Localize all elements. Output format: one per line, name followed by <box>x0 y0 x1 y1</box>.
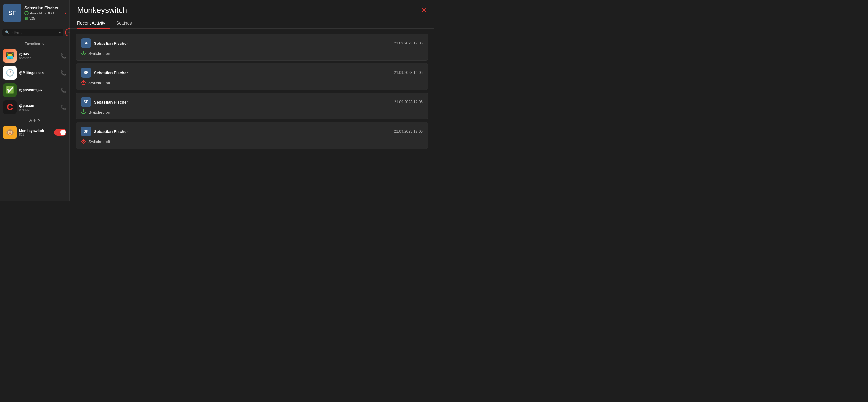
contact-avatar-dev: 👨‍💻 <box>3 49 17 62</box>
profile-name: Sebastian Fischer <box>25 5 66 10</box>
contact-sub-pascom: öffentlich <box>19 108 58 111</box>
activity-avatar-2: SF <box>81 68 91 78</box>
activity-card-3: SF Sebastian Fischer 21.09.2023 12:06 ⏻ … <box>76 92 428 119</box>
contact-avatar-pascomqa: ✅ <box>3 83 17 97</box>
contact-item-dev[interactable]: 👨‍💻 @Dev öffentlich 📞 <box>0 47 69 64</box>
activity-user-1: SF Sebastian Fischer <box>81 38 128 48</box>
close-button[interactable]: ✕ <box>421 6 427 15</box>
activity-time-3: 21.09.2023 12:06 <box>394 100 423 104</box>
toggle-track[interactable] <box>54 129 66 136</box>
power-on-icon-1: ⏻ <box>81 51 86 56</box>
activity-avatar-4: SF <box>81 126 91 136</box>
search-input-wrapper[interactable]: 🔍 ▾ <box>2 29 63 36</box>
all-header: Alle ↻ <box>0 116 69 124</box>
activity-avatar-3: SF <box>81 97 91 107</box>
activity-action-3: ⏻ Switched on <box>81 109 423 115</box>
contact-info-mittagessen: @Mittagessen <box>19 71 58 75</box>
contact-name-mittagessen: @Mittagessen <box>19 71 58 75</box>
action-text-1: Switched on <box>89 51 110 56</box>
activity-user-3: SF Sebastian Fischer <box>81 97 128 107</box>
activity-name-4: Sebastian Fischer <box>94 129 128 134</box>
all-label: Alle <box>29 118 35 122</box>
action-text-4: Switched off <box>89 139 110 144</box>
contact-name-pascom: @pascom <box>19 104 58 108</box>
chevron-down-icon[interactable]: ▾ <box>65 11 66 15</box>
activity-name-1: Sebastian Fischer <box>94 41 128 46</box>
monitor-icon: 🖥 <box>25 16 28 21</box>
activity-card-4: SF Sebastian Fischer 21.09.2023 12:06 ⏻ … <box>76 122 428 149</box>
search-chevron-icon[interactable]: ▾ <box>59 31 61 35</box>
refresh-icon-all[interactable]: ↻ <box>37 119 40 122</box>
activity-action-4: ⏻ Switched off <box>81 139 423 144</box>
toggle-thumb <box>60 130 66 135</box>
contact-item-pascomqa[interactable]: ✅ @pascomQA 📞 <box>0 82 69 99</box>
contact-sub-monkeyswitch: 501 <box>19 133 52 136</box>
activity-avatar-1: SF <box>81 38 91 48</box>
refresh-icon[interactable]: ↻ <box>42 42 45 46</box>
action-text-3: Switched on <box>89 110 110 115</box>
status-check-icon <box>25 11 29 15</box>
tab-settings[interactable]: Settings <box>116 18 137 28</box>
activity-card-2: SF Sebastian Fischer 21.09.2023 12:06 ⏻ … <box>76 63 428 90</box>
activity-name-3: Sebastian Fischer <box>94 100 128 105</box>
status-text: Available - DEG <box>30 11 54 15</box>
monitor-count: 325 <box>29 17 35 20</box>
profile-status-row: Available - DEG ▾ <box>25 11 66 15</box>
monkeyswitch-toggle[interactable] <box>54 129 66 136</box>
contact-item-monkeyswitch[interactable]: 🐵 Monkeyswitch 501 <box>0 124 69 141</box>
search-bar: 🔍 ▾ + <box>0 26 69 39</box>
activity-card-1: SF Sebastian Fischer 21.09.2023 12:06 ⏻ … <box>76 34 428 61</box>
favorites-header: Favoriten ↻ <box>0 39 69 47</box>
search-input[interactable] <box>11 30 57 35</box>
action-text-2: Switched off <box>89 81 110 85</box>
contact-name-monkeyswitch: Monkeyswitch <box>19 129 52 133</box>
contact-avatar-monkeyswitch: 🐵 <box>3 125 17 139</box>
contact-info-pascomqa: @pascomQA <box>19 88 58 92</box>
activity-user-2: SF Sebastian Fischer <box>81 68 128 78</box>
contact-avatar-pascom: C <box>3 100 17 114</box>
contact-sub-dev: öffentlich <box>19 56 58 60</box>
activity-time-2: 21.09.2023 12:06 <box>394 70 423 75</box>
favorites-label: Favoriten <box>25 42 40 46</box>
modal-title: Monkeyswitch <box>77 5 127 15</box>
modal-header: Monkeyswitch ✕ <box>70 0 434 15</box>
activity-header-1: SF Sebastian Fischer 21.09.2023 12:06 <box>81 38 423 48</box>
power-off-icon-2: ⏻ <box>81 80 86 85</box>
activity-list: SF Sebastian Fischer 21.09.2023 12:06 ⏻ … <box>70 29 434 201</box>
activity-action-1: ⏻ Switched on <box>81 51 423 56</box>
contact-info-pascom: @pascom öffentlich <box>19 104 58 111</box>
activity-time-4: 21.09.2023 12:06 <box>394 129 423 134</box>
contact-item-pascom[interactable]: C @pascom öffentlich 📞 <box>0 99 69 116</box>
main-content: Monkeyswitch ✕ Recent Activity Settings … <box>70 0 434 201</box>
call-icon-mittagessen[interactable]: 📞 <box>60 70 66 76</box>
contact-name-pascomqa: @pascomQA <box>19 88 58 92</box>
activity-name-2: Sebastian Fischer <box>94 70 128 75</box>
contact-avatar-mittagessen: 🕐 <box>3 66 17 80</box>
contact-name-dev: @Dev <box>19 52 58 56</box>
contact-info-monkeyswitch: Monkeyswitch 501 <box>19 129 52 136</box>
activity-user-4: SF Sebastian Fischer <box>81 126 128 136</box>
search-icon: 🔍 <box>5 30 9 35</box>
profile-section: SF Sebastian Fischer Available - DEG ▾ 🖥… <box>0 0 69 26</box>
activity-header-3: SF Sebastian Fischer 21.09.2023 12:06 <box>81 97 423 107</box>
profile-info: Sebastian Fischer Available - DEG ▾ 🖥 32… <box>25 5 66 21</box>
call-icon-pascomqa[interactable]: 📞 <box>60 87 66 93</box>
tab-recent-activity[interactable]: Recent Activity <box>77 18 110 28</box>
activity-time-1: 21.09.2023 12:06 <box>394 41 423 45</box>
activity-header-4: SF Sebastian Fischer 21.09.2023 12:06 <box>81 126 423 136</box>
profile-monitor-row: 🖥 325 <box>25 16 66 21</box>
activity-header-2: SF Sebastian Fischer 21.09.2023 12:06 <box>81 68 423 78</box>
power-off-icon-4: ⏻ <box>81 139 86 144</box>
call-icon-dev[interactable]: 📞 <box>60 53 66 59</box>
sidebar: SF Sebastian Fischer Available - DEG ▾ 🖥… <box>0 0 70 201</box>
contact-item-mittagessen[interactable]: 🕐 @Mittagessen 📞 <box>0 64 69 82</box>
avatar: SF <box>3 4 22 22</box>
tabs: Recent Activity Settings <box>70 15 434 29</box>
call-icon-pascom[interactable]: 📞 <box>60 105 66 110</box>
activity-action-2: ⏻ Switched off <box>81 80 423 85</box>
contact-info-dev: @Dev öffentlich <box>19 52 58 60</box>
power-on-icon-3: ⏻ <box>81 109 86 115</box>
